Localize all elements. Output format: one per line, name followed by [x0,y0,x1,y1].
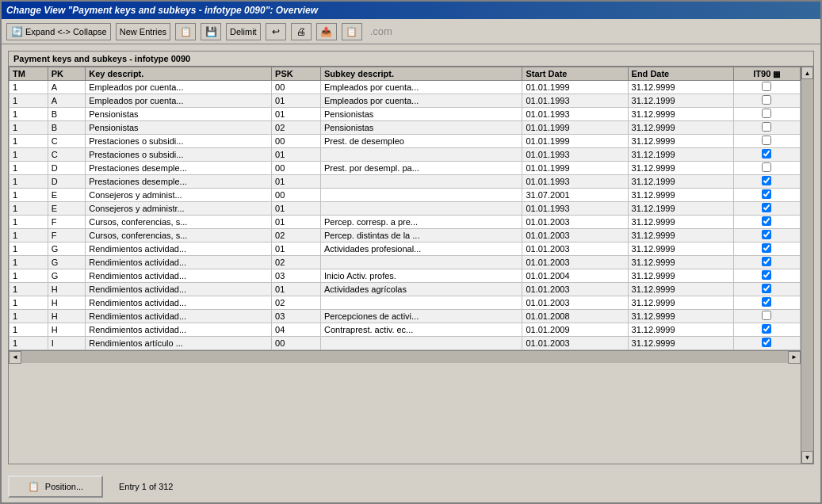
save-icon: 💾 [205,25,217,38]
copy-icon: 📋 [179,25,192,38]
data-table: TM PK Key descript. PSK Subkey descript.… [9,67,801,350]
hscroll-track[interactable] [21,351,788,363]
table-row: 1BPensionistas02Pensionistas01.01.199931… [10,121,801,135]
it90-checkbox[interactable] [762,122,771,132]
it90-checkbox[interactable] [762,136,771,145]
hscroll-left-button[interactable]: ◄ [9,351,21,364]
col-header-key: Key descript. [86,67,272,81]
table-row: 1DPrestaciones desemple...0101.01.199331… [10,175,801,189]
it90-checkbox[interactable] [762,162,771,172]
refresh-button[interactable]: ↩ [266,23,286,40]
it90-checkbox[interactable] [762,149,771,158]
expand-collapse-button[interactable]: 🔄 Expand <-> Collapse [6,23,111,40]
col-header-subkey: Subkey descript. [321,67,522,81]
it90-checkbox[interactable] [762,324,771,334]
it90-checkbox[interactable] [762,338,771,347]
toolbar: 🔄 Expand <-> Collapse New Entries 📋 💾 De… [2,19,820,44]
main-window: Change View "Payment keys and subkeys - … [0,0,822,504]
table-row: 1FCursos, conferencias, s...01Percep. co… [10,216,801,229]
it90-checkbox[interactable] [762,284,771,293]
copy-button[interactable]: 📋 [175,23,196,40]
it90-checkbox[interactable] [762,189,771,199]
table-row: 1HRendimientos actividad...03Percepcione… [10,310,801,323]
table-header-row: TM PK Key descript. PSK Subkey descript.… [10,67,801,81]
table-row: 1FCursos, conferencias, s...02Percep. di… [10,229,801,242]
it90-checkbox[interactable] [762,95,771,105]
table-row: 1AEmpleados por cuenta...00Empleados por… [10,81,801,94]
position-button[interactable]: 📋 Position... [8,475,103,498]
table-scroll: TM PK Key descript. PSK Subkey descript.… [9,67,801,464]
vscroll-down-button[interactable]: ▼ [801,451,813,464]
it90-checkbox[interactable] [762,109,771,118]
hscroll-right-button[interactable]: ► [788,351,801,364]
table-row: 1CPrestaciones o subsidi...00Prest. de d… [10,135,801,148]
table-row: 1EConsejeros y administr...0101.01.19933… [10,202,801,216]
col-header-start: Start Date [522,67,628,81]
horizontal-scrollbar[interactable]: ◄ ► [9,350,801,363]
it90-checkbox[interactable] [762,176,771,185]
it90-checkbox[interactable] [762,270,771,280]
footer-bar: 📋 Position... Entry 1 of 312 [2,471,820,502]
table-row: 1HRendimientos actividad...0201.01.20033… [10,296,801,310]
panel-title: Payment keys and subkeys - infotype 0090 [9,52,813,67]
vertical-scrollbar[interactable]: ▲ ▼ [801,67,813,464]
it90-checkbox[interactable] [762,203,771,212]
table-row: 1HRendimientos actividad...01Actividades… [10,283,801,296]
extra-icon: 📋 [346,25,358,38]
watermark: .com [370,25,392,37]
table-row: 1GRendimientos actividad...01Actividades… [10,242,801,256]
it90-checkbox[interactable] [762,230,771,239]
expand-icon: 🔄 [10,25,23,38]
scrollbar-area: TM PK Key descript. PSK Subkey descript.… [9,67,813,464]
delimit-button[interactable]: Delimit [226,23,261,40]
col-header-psk: PSK [272,67,321,81]
entry-info: Entry 1 of 312 [119,482,174,491]
table-row: 1GRendimientos actividad...03Inicio Acti… [10,269,801,283]
it90-checkbox[interactable] [762,243,771,253]
table-row: 1IRendimientos artículo ...0001.01.20033… [10,337,801,350]
it90-checkbox[interactable] [762,82,771,91]
export-button[interactable]: 📤 [316,23,337,40]
window-title: Change View "Payment keys and subkeys - … [6,5,318,16]
table-body: 1AEmpleados por cuenta...00Empleados por… [10,81,801,350]
table-row: 1EConsejeros y administ...0031.07.200131… [10,189,801,202]
content-area: Payment keys and subkeys - infotype 0090… [2,44,820,471]
it90-checkbox[interactable] [762,297,771,307]
new-entries-button[interactable]: New Entries [116,23,170,40]
col-header-tm: TM [10,67,48,81]
title-bar: Change View "Payment keys and subkeys - … [2,2,820,19]
col-header-it90: IT90 ▦ [733,67,800,81]
it90-checkbox[interactable] [762,311,771,320]
col-header-end: End Date [628,67,733,81]
refresh-icon: ↩ [270,25,282,38]
data-panel: Payment keys and subkeys - infotype 0090… [8,51,814,464]
it90-checkbox[interactable] [762,257,771,266]
save-button[interactable]: 💾 [201,23,221,40]
vscroll-up-button[interactable]: ▲ [801,67,813,79]
vscroll-track[interactable] [801,79,813,451]
print-button[interactable]: 🖨 [291,23,312,40]
extra-button[interactable]: 📋 [342,23,362,40]
table-row: 1DPrestaciones desemple...00Prest. por d… [10,162,801,175]
table-row: 1CPrestaciones o subsidi...0101.01.19933… [10,148,801,162]
table-row: 1GRendimientos actividad...0201.01.20033… [10,256,801,269]
it90-checkbox[interactable] [762,216,771,226]
export-icon: 📤 [320,25,333,38]
table-row: 1HRendimientos actividad...04Contraprest… [10,323,801,337]
position-icon: 📋 [28,480,40,493]
col-header-pk: PK [48,67,86,81]
table-row: 1BPensionistas01Pensionistas01.01.199331… [10,108,801,121]
table-row: 1AEmpleados por cuenta...01Empleados por… [10,94,801,108]
print-icon: 🖨 [295,25,308,38]
